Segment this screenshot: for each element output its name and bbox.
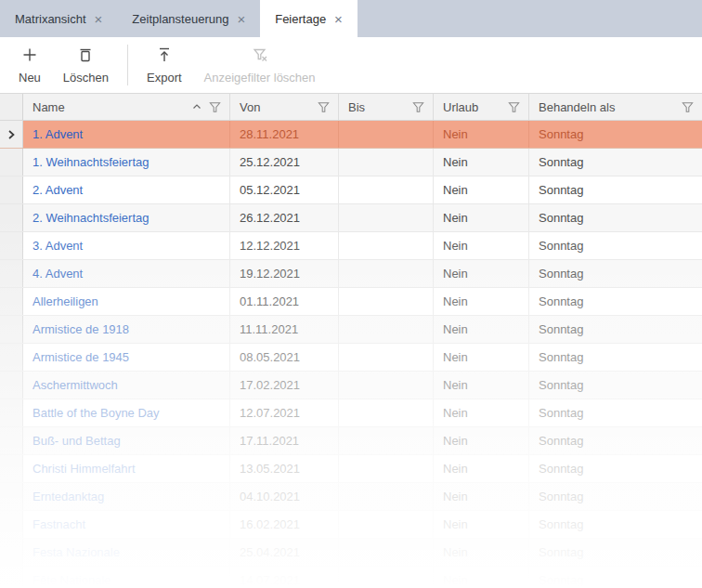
- new-button[interactable]: Neu: [7, 41, 52, 89]
- table-row[interactable]: Allerheiligen 01.11.2021 Nein Sonntag: [0, 288, 702, 316]
- behandeln-als-cell: Sonntag: [529, 483, 702, 510]
- filter-icon[interactable]: [507, 100, 521, 114]
- column-header-urlaub[interactable]: Urlaub: [434, 94, 529, 120]
- sort-ascending-icon: [191, 101, 202, 112]
- tab-feiertage[interactable]: Feiertage ×: [260, 0, 358, 37]
- holiday-name-link[interactable]: Christi Himmelfahrt: [32, 462, 136, 476]
- table-row[interactable]: 3. Advent 12.12.2021 Nein Sonntag: [0, 232, 702, 260]
- behandeln-als-cell: Sonntag: [529, 427, 702, 454]
- behandeln-als-cell: Sonntag: [529, 232, 702, 259]
- bis-cell: [339, 232, 434, 259]
- plus-icon: [20, 46, 39, 67]
- table-row[interactable]: 1. Advent 28.11.2021 Nein Sonntag: [0, 121, 702, 149]
- urlaub-cell: Nein: [434, 121, 529, 148]
- bis-cell: [339, 511, 434, 538]
- holiday-name-link[interactable]: Allerheiligen: [32, 294, 98, 308]
- holiday-name-link[interactable]: Aschermittwoch: [32, 378, 118, 392]
- close-icon[interactable]: ×: [334, 12, 343, 26]
- bis-cell: [339, 455, 434, 482]
- export-button[interactable]: Export: [136, 41, 193, 89]
- table-row[interactable]: Fastnacht 16.02.2021 Nein Sonntag: [0, 511, 702, 539]
- urlaub-cell: Nein: [434, 176, 529, 203]
- urlaub-cell: Nein: [434, 511, 529, 538]
- urlaub-cell: Nein: [434, 204, 529, 231]
- von-cell: 11.11.2021: [230, 316, 339, 343]
- urlaub-cell: Nein: [434, 372, 529, 399]
- table-row[interactable]: 2. Weihnachtsfeiertag 26.12.2021 Nein So…: [0, 204, 702, 232]
- table-row[interactable]: Festa Nazionale 25.04.2021 Nein Sonntag: [0, 539, 702, 567]
- bis-cell: [339, 176, 434, 203]
- column-header-behandeln-als[interactable]: Behandeln als: [529, 94, 702, 120]
- filter-icon[interactable]: [208, 100, 222, 114]
- table-row[interactable]: Armistice de 1918 11.11.2021 Nein Sonnta…: [0, 316, 702, 344]
- bis-cell: [339, 316, 434, 343]
- behandeln-als-cell: Sonntag: [529, 176, 702, 203]
- holiday-name-link[interactable]: Armistice de 1945: [32, 350, 129, 364]
- table-body: 1. Advent 28.11.2021 Nein Sonntag 1. Wei…: [0, 121, 702, 588]
- tab-matrixansicht[interactable]: Matrixansicht ×: [0, 0, 117, 37]
- urlaub-cell: Nein: [434, 344, 529, 371]
- holiday-name-link[interactable]: 3. Advent: [32, 239, 83, 253]
- table-row[interactable]: Erntedanktag 04.10.2021 Nein Sonntag: [0, 483, 702, 511]
- holiday-name-link[interactable]: 1. Advent: [32, 127, 83, 141]
- holiday-name-link[interactable]: Fastnacht: [32, 517, 85, 531]
- table-header: Name Von: [0, 94, 702, 121]
- table-row[interactable]: 1. Weihnachtsfeiertag 25.12.2021 Nein So…: [0, 149, 702, 176]
- urlaub-cell: Nein: [434, 232, 529, 259]
- holiday-name-link[interactable]: Armistice de 1918: [32, 322, 129, 336]
- holiday-name-link[interactable]: Fête Nationale: [32, 573, 111, 587]
- von-cell: 12.12.2021: [230, 232, 339, 259]
- close-icon[interactable]: ×: [95, 12, 103, 26]
- von-cell: 28.11.2021: [230, 121, 339, 148]
- tab-matrixansicht-label: Matrixansicht: [15, 12, 86, 26]
- behandeln-als-cell: Sonntag: [529, 399, 702, 426]
- table-row[interactable]: Christi Himmelfahrt 13.05.2021 Nein Sonn…: [0, 455, 702, 483]
- behandeln-als-cell: Sonntag: [529, 260, 702, 287]
- filter-icon[interactable]: [411, 100, 425, 114]
- filter-icon[interactable]: [317, 100, 331, 114]
- row-selector-cell: [0, 344, 23, 371]
- table-row[interactable]: Aschermittwoch 17.02.2021 Nein Sonntag: [0, 372, 702, 399]
- holiday-name-cell: 4. Advent: [23, 260, 230, 287]
- column-header-name-label: Name: [32, 100, 191, 114]
- bis-cell: [339, 260, 434, 287]
- von-cell: 26.12.2021: [230, 204, 339, 231]
- delete-button-label: Löschen: [63, 71, 109, 85]
- holiday-name-cell: Armistice de 1945: [23, 344, 230, 371]
- table-row[interactable]: Battle of the Boyne Day 12.07.2021 Nein …: [0, 399, 702, 427]
- holiday-name-cell: 2. Advent: [23, 176, 230, 203]
- bis-cell: [339, 344, 434, 371]
- holiday-name-link[interactable]: 1. Weihnachtsfeiertag: [32, 155, 150, 169]
- column-header-name[interactable]: Name: [23, 94, 230, 120]
- holiday-name-link[interactable]: 2. Advent: [32, 183, 83, 197]
- holiday-name-link[interactable]: Erntedanktag: [32, 490, 104, 503]
- holiday-name-link[interactable]: Festa Nazionale: [32, 545, 120, 559]
- von-cell: 08.05.2021: [230, 344, 339, 371]
- clear-display-filter-button[interactable]: Anzeigefilter löschen: [193, 41, 327, 89]
- table-row[interactable]: Fête Nationale 14.07.2021 Nein Sonntag: [0, 567, 702, 588]
- filter-icon[interactable]: [681, 100, 695, 114]
- column-header-von-label: Von: [240, 100, 317, 114]
- tab-zeitplansteuerung[interactable]: Zeitplansteuerung ×: [117, 0, 260, 37]
- row-selector-cell: [0, 427, 23, 454]
- holiday-name-link[interactable]: Battle of the Boyne Day: [32, 406, 160, 420]
- holiday-name-link[interactable]: 4. Advent: [32, 267, 83, 281]
- column-header-bis[interactable]: Bis: [339, 94, 434, 120]
- tab-bar: Matrixansicht × Zeitplansteuerung × Feie…: [0, 0, 702, 37]
- table-row[interactable]: 2. Advent 05.12.2021 Nein Sonntag: [0, 176, 702, 204]
- holiday-name-cell: Fête Nationale: [23, 567, 230, 588]
- column-header-von[interactable]: Von: [230, 94, 339, 120]
- holiday-name-link[interactable]: Buß- und Bettag: [32, 434, 121, 448]
- bis-cell: [339, 204, 434, 231]
- table-row[interactable]: Armistice de 1945 08.05.2021 Nein Sonnta…: [0, 344, 702, 372]
- app-window: Matrixansicht × Zeitplansteuerung × Feie…: [0, 0, 702, 588]
- table-row[interactable]: 4. Advent 19.12.2021 Nein Sonntag: [0, 260, 702, 288]
- delete-button[interactable]: Löschen: [52, 41, 120, 89]
- table-row[interactable]: Buß- und Bettag 17.11.2021 Nein Sonntag: [0, 427, 702, 455]
- holiday-name-link[interactable]: 2. Weihnachtsfeiertag: [32, 211, 150, 225]
- row-selector-cell: [0, 372, 23, 399]
- close-icon[interactable]: ×: [237, 12, 245, 26]
- behandeln-als-cell: Sonntag: [529, 316, 702, 343]
- holiday-name-cell: Fastnacht: [23, 511, 230, 538]
- urlaub-cell: Nein: [434, 427, 529, 454]
